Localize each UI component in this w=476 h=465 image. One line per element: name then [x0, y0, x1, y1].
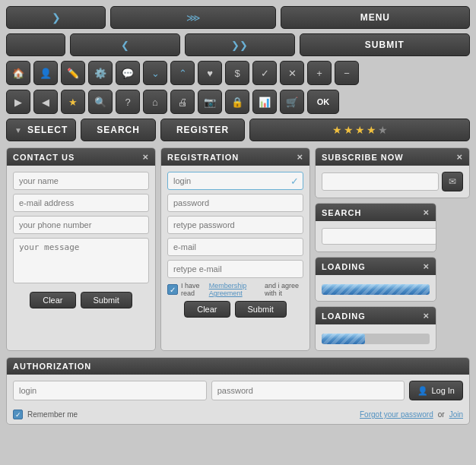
back-icon-btn[interactable]: ◀: [33, 90, 58, 114]
loading-panel-1: LOADING ×: [315, 257, 436, 302]
forward-icon-btn[interactable]: ▶: [6, 90, 30, 114]
menu-btn[interactable]: MENU: [281, 6, 470, 29]
dollar-icon-btn[interactable]: $: [225, 61, 249, 85]
settings-icon-btn[interactable]: ⚙️: [88, 61, 113, 85]
chevron-down2-icon-btn[interactable]: ⌄: [143, 61, 167, 85]
bar2-chevron-btn[interactable]: ❮: [70, 33, 180, 56]
panels-row: CONTACT US × Clear Submit REGISTRATION ×…: [6, 147, 470, 351]
question-icon-btn[interactable]: ?: [116, 90, 140, 114]
register-label: REGISTER: [176, 125, 229, 135]
chevron-up-icon-btn[interactable]: ⌃: [170, 61, 195, 85]
contact-close-btn[interactable]: ×: [142, 152, 149, 162]
star5-icon: ★: [378, 124, 388, 136]
contact-panel-title: CONTACT US: [13, 153, 75, 162]
subscribe-panel: SUBSCRIBE NOW × ✉: [315, 147, 470, 198]
registration-panel-body: ✓ ✓ I have read Membership Agreement and…: [161, 166, 309, 324]
contact-panel-body: Clear Submit: [7, 166, 155, 315]
bar3-chevron-btn[interactable]: ❯❯: [185, 33, 295, 56]
auth-panel: AUTHORIZATION 👤 Log In ✓ Remember me For…: [6, 357, 470, 425]
join-link[interactable]: Join: [449, 410, 463, 419]
subscribe-email-input[interactable]: [322, 172, 439, 191]
subscribe-panel-header: SUBSCRIBE NOW ×: [316, 148, 469, 166]
right-column: SUBSCRIBE NOW × ✉ SEARCH ×: [315, 147, 470, 351]
registration-close-btn[interactable]: ×: [297, 152, 303, 162]
ok-btn[interactable]: OK: [307, 90, 339, 114]
subscribe-close-btn[interactable]: ×: [456, 152, 463, 162]
loading-panel-2: LOADING ×: [315, 306, 436, 351]
contact-submit-btn[interactable]: Submit: [81, 292, 132, 308]
chat-icon-btn[interactable]: 💬: [116, 61, 140, 85]
reg-retype-email-input[interactable]: [167, 260, 303, 278]
reg-password-input[interactable]: [167, 194, 303, 212]
loading-bar1-fill: [322, 284, 430, 295]
reg-submit-btn[interactable]: Submit: [235, 301, 287, 318]
reg-login-input[interactable]: [167, 172, 303, 190]
reg-retype-password-input[interactable]: [167, 216, 303, 234]
heart-icon-btn[interactable]: ♥: [198, 61, 222, 85]
submit-btn[interactable]: SUBMIT: [300, 33, 470, 56]
auth-bottom-row: ✓ Remember me Forgot your password or Jo…: [7, 406, 469, 424]
menu-label: MENU: [360, 12, 390, 23]
home-icon-btn[interactable]: 🏠: [6, 61, 30, 85]
loading-bar1-container: [322, 284, 430, 295]
rss-icon-btn[interactable]: ⌂: [143, 90, 167, 114]
loading-panel2-header: LOADING ×: [316, 307, 436, 324]
chart-icon-btn[interactable]: 📊: [252, 90, 277, 114]
loading-panel1-header: LOADING ×: [316, 258, 436, 275]
auth-login-btn[interactable]: 👤 Log In: [409, 381, 463, 400]
check-icon-btn[interactable]: ✓: [252, 61, 277, 85]
contact-btn-row: Clear Submit: [13, 292, 149, 308]
contact-name-input[interactable]: [13, 172, 149, 190]
user-login-icon: 👤: [417, 386, 428, 396]
star-icon-btn[interactable]: ★: [61, 90, 85, 114]
contact-phone-input[interactable]: [13, 216, 149, 234]
register-btn[interactable]: REGISTER: [160, 119, 245, 141]
registration-panel: REGISTRATION × ✓ ✓ I have read Membershi…: [160, 147, 310, 351]
bar-chevron-btn[interactable]: ❯: [6, 6, 106, 29]
bar-chevron-double-btn[interactable]: ⋙: [110, 6, 275, 29]
search-action-btn[interactable]: SEARCH: [81, 119, 156, 141]
star1-icon: ★: [332, 124, 342, 136]
search-input-row: 🔍: [322, 227, 430, 245]
bottom-row: AUTHORIZATION 👤 Log In ✓ Remember me For…: [6, 357, 470, 425]
dark-bar-btn[interactable]: [6, 33, 65, 56]
loading-panel2-body: [316, 324, 436, 350]
auth-password-input[interactable]: [211, 381, 405, 400]
contact-message-input[interactable]: [13, 238, 149, 283]
plus-icon-btn[interactable]: +: [307, 61, 332, 85]
reg-clear-btn[interactable]: Clear: [184, 301, 230, 318]
star4-icon: ★: [367, 124, 376, 136]
chevron-double2-icon: ❮: [121, 40, 129, 51]
camera-icon-btn[interactable]: 📷: [198, 90, 222, 114]
cart-icon-btn[interactable]: 🛒: [280, 90, 304, 114]
agreement-link[interactable]: Membership Agreement: [209, 282, 262, 297]
loading-panel2-title: LOADING: [322, 312, 366, 321]
reg-email-input[interactable]: [167, 238, 303, 256]
select-arrow-icon: ▼: [14, 126, 23, 134]
user-icon-btn[interactable]: 👤: [33, 61, 58, 85]
search-widget-input[interactable]: [322, 228, 436, 245]
search-icon-btn[interactable]: 🔍: [88, 90, 113, 114]
close2-icon-btn[interactable]: ✕: [280, 61, 304, 85]
loading-panel1-body: [316, 275, 436, 301]
remember-checkbox[interactable]: ✓: [13, 410, 23, 419]
agreement-checkbox[interactable]: ✓: [167, 284, 178, 295]
contact-email-input[interactable]: [13, 194, 149, 212]
star-rating-btn[interactable]: ★ ★ ★ ★ ★: [249, 119, 470, 141]
edit-icon-btn[interactable]: ✏️: [61, 61, 85, 85]
select-dropdown-btn[interactable]: ▼ SELECT: [6, 119, 76, 141]
loading-bar2-container: [322, 334, 430, 344]
print-icon-btn[interactable]: 🖨: [170, 90, 195, 114]
contact-clear-btn[interactable]: Clear: [30, 292, 75, 308]
subscribe-mail-btn[interactable]: ✉: [442, 172, 463, 191]
lock-icon-btn[interactable]: 🔒: [225, 90, 249, 114]
contact-panel: CONTACT US × Clear Submit: [6, 147, 156, 351]
search-close-btn[interactable]: ×: [423, 207, 430, 217]
loading-panel2-close-btn[interactable]: ×: [423, 311, 430, 321]
search-panel-title: SEARCH: [322, 208, 361, 217]
forgot-password-link[interactable]: Forgot your password: [360, 410, 433, 419]
registration-panel-title: REGISTRATION: [167, 153, 239, 162]
minus-icon-btn[interactable]: −: [335, 61, 359, 85]
loading-panel1-close-btn[interactable]: ×: [423, 261, 430, 271]
auth-login-input[interactable]: [13, 381, 207, 400]
